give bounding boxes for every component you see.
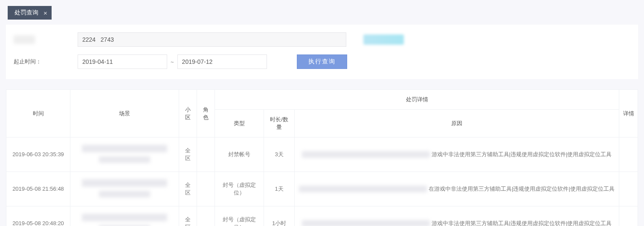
redacted-scene: [99, 156, 150, 163]
cell-type: 封号（虚拟定位）: [215, 172, 264, 206]
redacted-scene: [99, 191, 150, 197]
th-scene: 场景: [70, 90, 179, 137]
th-role: 角色: [197, 90, 215, 137]
th-detail: 详情: [619, 90, 638, 137]
cell-zone: 全区: [179, 206, 197, 226]
cell-reason: 游戏中非法使用第三方辅助工具|违规使用虚拟定位软件|使用虚拟定位工具: [295, 137, 619, 172]
cell-scene: [70, 137, 179, 172]
cell-reason: 游戏中非法使用第三方辅助工具|违规使用虚拟定位软件|使用虚拟定位工具: [295, 206, 619, 226]
close-icon[interactable]: ×: [44, 9, 47, 17]
reason-text: 游戏中非法使用第三方辅助工具|违规使用虚拟定位软件|使用虚拟定位工具: [432, 150, 612, 159]
reason-text: 在游戏中非法使用第三方辅助工具|违规使用虚拟定位软件|使用虚拟定位工具: [429, 185, 615, 194]
cell-detail[interactable]: [619, 206, 638, 226]
cell-zone: 全区: [179, 172, 197, 206]
tab-title: 处罚查询: [15, 9, 38, 17]
date-to-input[interactable]: [177, 54, 267, 69]
cell-duration: 1天: [264, 172, 295, 206]
th-duration: 时长/数量: [264, 110, 295, 137]
cell-duration: 3天: [264, 137, 295, 172]
cell-zone: 全区: [179, 137, 197, 172]
cell-role: [197, 206, 215, 226]
cell-type: 封禁帐号: [215, 137, 264, 172]
cell-duration: 1小时: [264, 206, 295, 226]
redacted-reason-prefix: [299, 186, 427, 192]
table-header-row-1: 时间 场景 小区 角色 处罚详情 详情: [6, 90, 638, 110]
redacted-scene: [82, 214, 167, 221]
id-label: [14, 35, 78, 44]
table-row: 2019-06-03 20:35:39全区封禁帐号3天游戏中非法使用第三方辅助工…: [6, 137, 638, 172]
redacted-badge: [363, 34, 404, 45]
redacted-scene: [82, 179, 167, 187]
table-row: 2019-05-08 21:56:48全区封号（虚拟定位）1天在游戏中非法使用第…: [6, 172, 638, 206]
cell-time: 2019-05-08 21:56:48: [6, 172, 70, 206]
th-penalty-group: 处罚详情: [215, 90, 619, 110]
cell-role: [197, 137, 215, 172]
th-zone: 小区: [179, 90, 197, 137]
table-row: 2019-05-08 20:48:20全区封号（虚拟定位）1小时游戏中非法使用第…: [6, 206, 638, 226]
cell-time: 2019-05-08 20:48:20: [6, 206, 70, 226]
penalty-table: 时间 场景 小区 角色 处罚详情 详情 类型 时长/数量 原因 2019-06-…: [6, 89, 638, 226]
cell-role: [197, 172, 215, 206]
cell-reason: 在游戏中非法使用第三方辅助工具|违规使用虚拟定位软件|使用虚拟定位工具: [295, 172, 619, 206]
cell-type: 封号（虚拟定位）: [215, 206, 264, 226]
reason-text: 游戏中非法使用第三方辅助工具|违规使用虚拟定位软件|使用虚拟定位工具: [432, 219, 612, 226]
cell-detail[interactable]: [619, 137, 638, 172]
redacted-scene: [82, 145, 167, 152]
cell-detail[interactable]: [619, 172, 638, 206]
th-reason: 原因: [295, 110, 619, 137]
date-from-input[interactable]: [78, 54, 167, 69]
redacted-reason-prefix: [302, 220, 430, 226]
tilde-separator: ~: [171, 59, 174, 65]
date-range-label: 起止时间：: [14, 58, 78, 66]
filter-panel: 起止时间： ~ 执行查询: [6, 25, 638, 79]
th-type: 类型: [215, 110, 264, 137]
tab-bar: 处罚查询 ×: [0, 0, 644, 20]
cell-scene: [70, 206, 179, 226]
th-time: 时间: [6, 90, 70, 137]
tab-penalty-query[interactable]: 处罚查询 ×: [8, 6, 52, 20]
redacted-label: [14, 35, 35, 44]
cell-time: 2019-06-03 20:35:39: [6, 137, 70, 172]
redacted-reason-prefix: [302, 151, 430, 158]
id-input[interactable]: [78, 32, 346, 47]
query-button[interactable]: 执行查询: [297, 54, 347, 69]
cell-scene: [70, 172, 179, 206]
